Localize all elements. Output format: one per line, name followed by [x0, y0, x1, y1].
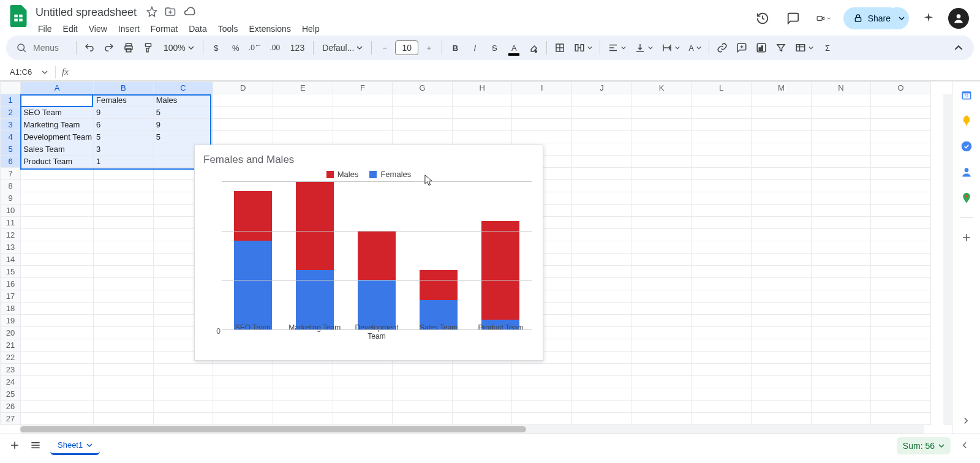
cell-I26[interactable]	[512, 401, 572, 413]
cell-N25[interactable]	[811, 388, 871, 401]
bar-3[interactable]	[419, 270, 458, 329]
row-header-17[interactable]: 17	[1, 290, 21, 303]
row-header-12[interactable]: 12	[1, 229, 21, 241]
cell-A25[interactable]	[21, 388, 94, 401]
cell-A20[interactable]	[21, 327, 94, 339]
cell-D23[interactable]	[213, 364, 273, 376]
cell-D1[interactable]	[213, 94, 273, 107]
vertical-scrollbar[interactable]	[943, 94, 952, 425]
cell-M24[interactable]	[752, 376, 812, 388]
row-header-20[interactable]: 20	[1, 327, 21, 339]
merge-cells-icon[interactable]	[570, 39, 596, 57]
all-sheets-icon[interactable]	[29, 439, 42, 453]
menu-data[interactable]: Data	[184, 21, 212, 36]
cell-J1[interactable]	[572, 94, 632, 107]
cell-M3[interactable]	[752, 119, 812, 131]
bar-1[interactable]	[295, 181, 334, 329]
cell-O13[interactable]	[871, 241, 931, 254]
cell-J8[interactable]	[572, 180, 632, 192]
cell-N12[interactable]	[811, 229, 871, 241]
cell-G3[interactable]	[393, 119, 453, 131]
cell-M13[interactable]	[752, 241, 812, 254]
cell-C26[interactable]	[153, 401, 213, 413]
cell-J16[interactable]	[572, 278, 632, 290]
vertical-align-icon[interactable]	[631, 39, 657, 57]
cell-M19[interactable]	[752, 315, 812, 327]
cell-F2[interactable]	[333, 107, 393, 119]
currency-icon[interactable]: $	[207, 39, 225, 57]
cell-B23[interactable]	[93, 364, 153, 376]
cell-O3[interactable]	[871, 119, 931, 131]
column-header-H[interactable]: H	[452, 82, 512, 94]
cell-L27[interactable]	[692, 413, 752, 425]
cell-H1[interactable]	[452, 94, 512, 107]
cell-O18[interactable]	[871, 303, 931, 315]
cell-J19[interactable]	[572, 315, 632, 327]
cell-O15[interactable]	[871, 266, 931, 278]
contacts-icon[interactable]	[960, 166, 973, 178]
cell-L5[interactable]	[692, 143, 752, 156]
print-icon[interactable]	[119, 39, 138, 57]
row-header-14[interactable]: 14	[1, 254, 21, 266]
cell-O27[interactable]	[871, 413, 931, 425]
cell-J14[interactable]	[572, 254, 632, 266]
menu-extensions[interactable]: Extensions	[244, 21, 295, 36]
cell-I25[interactable]	[512, 388, 572, 401]
row-header-18[interactable]: 18	[1, 303, 21, 315]
cell-J13[interactable]	[572, 241, 632, 254]
add-addon-icon[interactable]	[960, 232, 973, 244]
cell-C27[interactable]	[153, 413, 213, 425]
cell-M12[interactable]	[752, 229, 812, 241]
cell-K10[interactable]	[631, 205, 692, 217]
cell-N9[interactable]	[811, 192, 871, 205]
cell-K19[interactable]	[631, 315, 692, 327]
cell-I4[interactable]	[512, 131, 572, 143]
cell-M2[interactable]	[752, 107, 812, 119]
cell-J6[interactable]	[572, 156, 632, 168]
cell-L7[interactable]	[692, 168, 752, 180]
gemini-icon[interactable]	[918, 7, 940, 29]
cell-B17[interactable]	[93, 290, 153, 303]
column-header-A[interactable]: A	[21, 82, 94, 94]
column-header-C[interactable]: C	[153, 82, 213, 94]
cell-O22[interactable]	[871, 352, 931, 364]
cell-B12[interactable]	[93, 229, 153, 241]
cell-L8[interactable]	[692, 180, 752, 192]
row-header-22[interactable]: 22	[1, 352, 21, 364]
cell-M23[interactable]	[752, 364, 812, 376]
cell-B15[interactable]	[93, 266, 153, 278]
cell-N14[interactable]	[811, 254, 871, 266]
cell-M10[interactable]	[752, 205, 812, 217]
cell-G26[interactable]	[393, 401, 453, 413]
cell-L22[interactable]	[692, 352, 752, 364]
functions-icon[interactable]: Σ	[818, 39, 837, 57]
cell-K26[interactable]	[631, 401, 692, 413]
cell-K12[interactable]	[631, 229, 692, 241]
cell-D2[interactable]	[213, 107, 273, 119]
cell-G27[interactable]	[393, 413, 453, 425]
cell-F1[interactable]	[333, 94, 393, 107]
cell-B20[interactable]	[93, 327, 153, 339]
cell-L14[interactable]	[692, 254, 752, 266]
insert-link-icon[interactable]	[713, 39, 731, 57]
cell-O24[interactable]	[871, 376, 931, 388]
column-header-N[interactable]: N	[811, 82, 871, 94]
menu-insert[interactable]: Insert	[113, 21, 145, 36]
row-header-24[interactable]: 24	[1, 376, 21, 388]
cell-J24[interactable]	[572, 376, 632, 388]
column-header-E[interactable]: E	[273, 82, 333, 94]
cell-H4[interactable]	[452, 131, 512, 143]
redo-icon[interactable]	[100, 39, 118, 57]
insert-chart-icon[interactable]	[752, 39, 771, 57]
cell-A26[interactable]	[21, 401, 94, 413]
cell-N1[interactable]	[811, 94, 871, 107]
cell-A12[interactable]	[21, 229, 94, 241]
cell-O9[interactable]	[871, 192, 931, 205]
cell-A18[interactable]	[21, 303, 94, 315]
cell-F27[interactable]	[333, 413, 393, 425]
cell-B16[interactable]	[93, 278, 153, 290]
cell-L11[interactable]	[692, 217, 752, 229]
column-header-M[interactable]: M	[752, 82, 812, 94]
cell-K21[interactable]	[631, 339, 692, 352]
cell-K16[interactable]	[631, 278, 692, 290]
